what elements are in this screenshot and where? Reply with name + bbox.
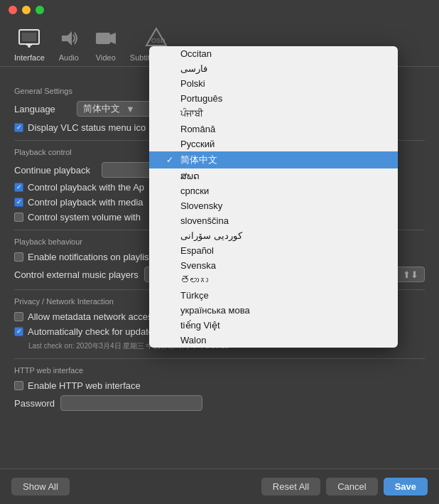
svg-text:OSD: OSD — [151, 37, 166, 44]
metadata-label: Allow metadata network access — [28, 311, 157, 322]
enable-http-checkbox[interactable] — [14, 381, 23, 390]
metadata-checkbox[interactable] — [14, 312, 23, 321]
display-vlc-label: Display VLC status menu ico — [28, 122, 146, 133]
dropdown-item[interactable]: Türkçe — [149, 288, 398, 303]
dropdown-item-label: Slovensky — [180, 200, 222, 211]
dropdown-item-label: slovenščina — [180, 215, 229, 226]
dropdown-item[interactable]: Slovensky — [149, 198, 398, 213]
dropdown-item-label: Español — [180, 245, 214, 256]
dropdown-item[interactable]: українська мова — [149, 303, 398, 318]
dropdown-item-label: Português — [180, 93, 222, 104]
dropdown-item[interactable]: Español — [149, 243, 398, 258]
language-dropdown-arrow: ▼ — [126, 104, 135, 114]
dropdown-item-label: తెలుగు — [180, 275, 208, 286]
continue-playback-label: Continue playback — [14, 165, 90, 176]
dropdown-item-label: ਪੰਜਾਬੀ — [180, 108, 203, 119]
interface-icon — [16, 26, 42, 51]
control-volume-checkbox[interactable] — [14, 213, 23, 222]
maximize-button[interactable] — [36, 6, 44, 14]
dropdown-item-label: ສພດ — [180, 171, 200, 181]
control-volume-label: Control system volume with — [28, 212, 141, 222]
dropdown-item-label: српски — [180, 186, 209, 196]
video-label: Video — [96, 53, 116, 62]
dropdown-item[interactable]: Walon — [149, 333, 398, 348]
toolbar-item-video[interactable]: Video — [93, 26, 119, 66]
dropdown-item[interactable]: کوردیی سۆرانی — [149, 228, 398, 243]
dropdown-item[interactable]: slovenščina — [149, 213, 398, 228]
dropdown-item-label: Occitan — [180, 48, 212, 59]
dropdown-item[interactable]: српски — [149, 183, 398, 198]
svg-marker-4 — [62, 31, 72, 45]
dropdown-item-label: کوردیی سۆرانی — [180, 230, 242, 241]
dropdown-item-label: tiếng Việt — [180, 320, 220, 331]
enable-http-row: Enable HTTP web interface — [14, 380, 425, 391]
dropdown-item[interactable]: فارسی — [149, 61, 398, 76]
dropdown-item-label: Română — [180, 124, 215, 134]
language-dropdown: OccitanفارسیPolskiPortuguêsਪੰਜਾਬੀRomânăР… — [149, 46, 398, 348]
dropdown-item[interactable]: ✓简体中文 — [149, 151, 398, 168]
dropdown-item[interactable]: ສພດ — [149, 168, 398, 183]
close-button[interactable] — [9, 6, 17, 14]
external-music-label: Control external music players — [14, 269, 139, 280]
svg-rect-5 — [96, 33, 110, 44]
control-apple-checkbox[interactable] — [14, 183, 23, 192]
dropdown-item[interactable]: ਪੰਜਾਬੀ — [149, 106, 398, 122]
dropdown-item-label: українська мова — [180, 305, 250, 316]
cancel-button[interactable]: Cancel — [326, 478, 377, 495]
reset-all-button[interactable]: Reset All — [261, 478, 320, 495]
password-label: Password — [14, 398, 55, 409]
dropdown-item[interactable]: Occitan — [149, 46, 398, 61]
svg-rect-1 — [22, 33, 36, 41]
dropdown-item-label: Svenska — [180, 260, 216, 271]
bottom-bar: Show All Reset All Cancel Save — [0, 468, 439, 504]
dropdown-item-label: Русский — [180, 139, 215, 149]
svg-marker-6 — [110, 33, 116, 44]
dropdown-item-label: Polski — [180, 78, 205, 89]
save-button[interactable]: Save — [384, 478, 428, 495]
main-window: Interface Audio Video — [0, 0, 439, 504]
control-media-checkbox[interactable] — [14, 198, 23, 207]
dropdown-item[interactable]: Română — [149, 122, 398, 136]
password-input[interactable] — [60, 395, 202, 411]
enable-http-label: Enable HTTP web interface — [28, 380, 141, 391]
audio-label: Audio — [59, 53, 79, 62]
autoupdate-label: Automatically check for updates — [28, 326, 158, 337]
autoupdate-checkbox[interactable] — [14, 327, 23, 336]
control-media-label: Control playback with media — [28, 197, 143, 208]
audio-icon — [56, 26, 82, 51]
notifications-checkbox[interactable] — [14, 252, 23, 262]
control-apple-label: Control playback with the Ap — [28, 182, 144, 193]
toolbar-item-interface[interactable]: Interface — [14, 26, 45, 66]
svg-rect-3 — [26, 44, 32, 45]
dropdown-item-label: Türkçe — [180, 290, 209, 301]
dropdown-item-label: Walon — [180, 335, 206, 345]
dropdown-item-label: فارسی — [180, 63, 207, 74]
language-label: Language — [14, 104, 71, 114]
dropdown-item[interactable]: తెలుగు — [149, 273, 398, 288]
divider-4 — [14, 358, 425, 359]
traffic-lights — [9, 6, 44, 14]
minimize-button[interactable] — [22, 6, 31, 14]
title-bar — [0, 0, 439, 20]
dropdown-item[interactable]: Polski — [149, 76, 398, 91]
display-vlc-checkbox[interactable] — [14, 123, 23, 132]
show-all-button[interactable]: Show All — [11, 478, 70, 495]
video-icon — [93, 26, 119, 51]
dropdown-item[interactable]: Português — [149, 91, 398, 106]
dropdown-item[interactable]: Svenska — [149, 258, 398, 273]
external-music-arrow: ⬆⬇ — [403, 269, 418, 280]
password-row: Password — [14, 395, 425, 411]
dropdown-item[interactable]: Русский — [149, 136, 398, 151]
toolbar-item-audio[interactable]: Audio — [56, 26, 82, 66]
dropdown-item[interactable]: tiếng Việt — [149, 318, 398, 333]
http-section-label: HTTP web interface — [14, 366, 425, 375]
checkmark-icon: ✓ — [166, 155, 176, 165]
action-buttons: Reset All Cancel Save — [261, 478, 428, 495]
dropdown-item-label: 简体中文 — [180, 154, 217, 166]
interface-label: Interface — [14, 53, 45, 62]
